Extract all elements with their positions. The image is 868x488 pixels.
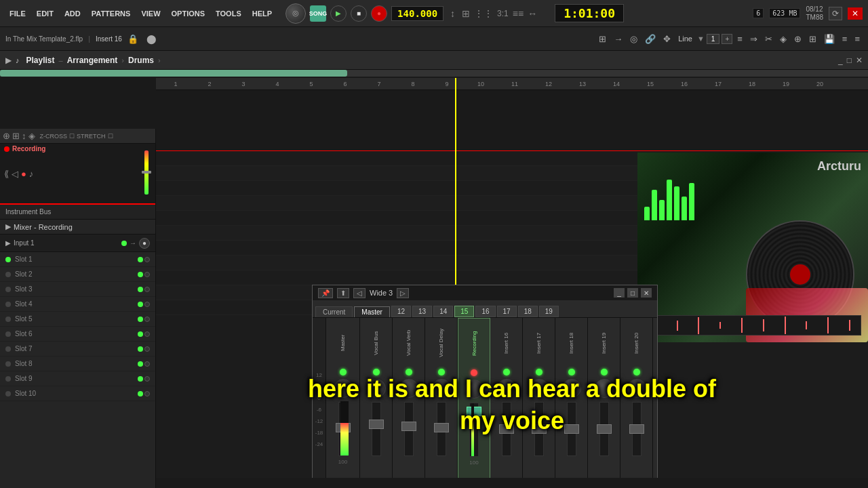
channel-knob-vocal-verb[interactable]: [399, 379, 418, 398]
tab-17[interactable]: 17: [497, 306, 517, 317]
menu-file[interactable]: FILE: [5, 8, 30, 19]
slot-item-9[interactable]: Slot 9: [0, 371, 155, 386]
slot-item-4[interactable]: Slot 4: [0, 297, 155, 312]
mixer-max-button[interactable]: □: [627, 288, 638, 298]
mixer-pin-button[interactable]: 📌: [318, 288, 333, 298]
rec-back-icon[interactable]: ⟪: [4, 169, 9, 179]
channel-knob-master[interactable]: [334, 379, 353, 398]
menu-help[interactable]: HELP: [248, 8, 276, 19]
mixer-collapse-button[interactable]: ⬆: [337, 288, 349, 298]
input-right-arrow[interactable]: →: [130, 239, 136, 247]
mixer-min-button[interactable]: _: [614, 288, 625, 298]
slot-item-6[interactable]: Slot 6: [0, 327, 155, 342]
menu-view[interactable]: VIEW: [137, 8, 164, 19]
tab-16[interactable]: 16: [475, 306, 495, 317]
tab-master[interactable]: Master: [354, 306, 390, 317]
channel-led-insert-20[interactable]: [633, 369, 640, 375]
mixer-button[interactable]: ⊞: [806, 33, 819, 45]
channel-fader-thumb-insert-16[interactable]: [499, 424, 514, 434]
timeline-scroll-thumb[interactable]: [0, 70, 347, 77]
input-selector[interactable]: ▶ Input 1 → ●: [0, 235, 155, 252]
channel-led-master[interactable]: [340, 369, 347, 375]
tab-14[interactable]: 14: [433, 306, 453, 317]
magnet-button[interactable]: ◎: [627, 33, 640, 45]
mute-button[interactable]: ◈: [777, 33, 789, 45]
save-button[interactable]: 💾: [821, 33, 837, 45]
slot-item-1[interactable]: Slot 1: [0, 252, 155, 267]
channel-fader-thumb-vocal-bus[interactable]: [369, 420, 384, 429]
browser-button[interactable]: ≡: [852, 33, 863, 45]
timeline-scrollbar[interactable]: [0, 70, 868, 77]
channel-fader-thumb-insert-17[interactable]: [532, 424, 547, 434]
channel-fader-thumb-insert-19[interactable]: [597, 424, 612, 434]
mixer-left-arrow-button[interactable]: ◁: [353, 288, 366, 298]
channel-knob-insert-19[interactable]: [595, 379, 614, 398]
tab-15[interactable]: 15: [454, 306, 474, 317]
menu-edit[interactable]: EDIT: [33, 8, 58, 19]
channel-knob-recording[interactable]: [465, 380, 484, 399]
bpm-display[interactable]: 140.000: [391, 6, 443, 21]
number-button[interactable]: 1: [707, 34, 720, 44]
menu-options[interactable]: OPTIONS: [167, 8, 210, 19]
tab-current[interactable]: Current: [315, 306, 353, 317]
channel-led-vocal-bus[interactable]: [373, 369, 380, 375]
maximize-playlist-button[interactable]: □: [847, 56, 852, 65]
channel-button[interactable]: ≡: [840, 33, 850, 45]
slot-item-8[interactable]: Slot 8: [0, 357, 155, 371]
slot-item-5[interactable]: Slot 5: [0, 312, 155, 327]
cut-button[interactable]: ✂: [762, 33, 775, 45]
link-button[interactable]: 🔗: [642, 33, 658, 45]
slot-item-10[interactable]: Slot 10: [0, 386, 155, 401]
record-button[interactable]: ●: [371, 5, 387, 22]
menu-patterns[interactable]: PATTERNS: [87, 8, 135, 19]
metronome-dial[interactable]: ◎: [285, 3, 306, 24]
channel-led-recording[interactable]: [471, 369, 477, 376]
song-mode-button[interactable]: SONG: [310, 5, 326, 22]
channel-led-insert-17[interactable]: [536, 369, 542, 375]
channel-fader-thumb-vocal-delay[interactable]: [434, 423, 449, 432]
channel-fader-thumb-insert-18[interactable]: [564, 424, 579, 434]
input-record-btn[interactable]: ●: [139, 238, 150, 249]
stop-button[interactable]: ■: [351, 5, 367, 22]
channel-fader-thumb-vocal-verb[interactable]: [401, 422, 416, 431]
tab-12[interactable]: 12: [391, 306, 411, 317]
plus-button[interactable]: +: [722, 34, 732, 44]
tab-18[interactable]: 18: [518, 306, 538, 317]
channel-knob-vocal-delay[interactable]: [432, 379, 451, 398]
close-app-button[interactable]: ✕: [848, 7, 863, 20]
play-button[interactable]: ▶: [330, 5, 347, 22]
rec-play-icon[interactable]: ◁: [12, 169, 18, 179]
arrow-right-button[interactable]: →: [611, 33, 625, 45]
rec-stop-icon[interactable]: ●: [21, 169, 26, 179]
channel-led-vocal-verb[interactable]: [406, 369, 412, 375]
mixer-close-button[interactable]: ✕: [641, 288, 652, 298]
menu-add[interactable]: ADD: [60, 8, 85, 19]
slot-item-7[interactable]: Slot 7: [0, 342, 155, 357]
channel-knob-insert-18[interactable]: [562, 379, 581, 398]
menu-tools[interactable]: TOOLS: [212, 8, 245, 19]
channel-fader-thumb-insert-20[interactable]: [629, 424, 644, 434]
slot-item-2[interactable]: Slot 2: [0, 267, 155, 282]
tab-19[interactable]: 19: [539, 306, 559, 317]
channel-led-insert-19[interactable]: [601, 369, 608, 375]
grid-button[interactable]: ⊞: [596, 33, 609, 45]
channel-knob-vocal-bus[interactable]: [367, 379, 386, 398]
minimize-playlist-button[interactable]: _: [838, 56, 843, 65]
channel-knob-insert-20[interactable]: [627, 379, 646, 398]
channel-fader-thumb-recording[interactable]: [467, 407, 481, 416]
channel-knob-insert-17[interactable]: [530, 379, 549, 398]
grid-snap-button[interactable]: ≡: [734, 33, 745, 45]
channel-led-vocal-delay[interactable]: [438, 369, 445, 375]
channel-led-insert-18[interactable]: [568, 369, 575, 375]
record-arm-button[interactable]: ⬤: [144, 33, 159, 45]
channel-knob-insert-16[interactable]: [497, 379, 516, 398]
route-button[interactable]: ⇒: [747, 33, 760, 45]
cursor-button[interactable]: ✥: [660, 33, 673, 45]
rec-vol-icon[interactable]: ♪: [29, 169, 34, 179]
slot-item-3[interactable]: Slot 3: [0, 282, 155, 297]
tab-13[interactable]: 13: [412, 306, 432, 317]
channel-led-insert-16[interactable]: [503, 369, 510, 375]
mixer-right-arrow-button[interactable]: ▷: [397, 288, 409, 298]
fader-handle[interactable]: [142, 171, 151, 174]
settings-button[interactable]: ⟳: [829, 7, 842, 20]
